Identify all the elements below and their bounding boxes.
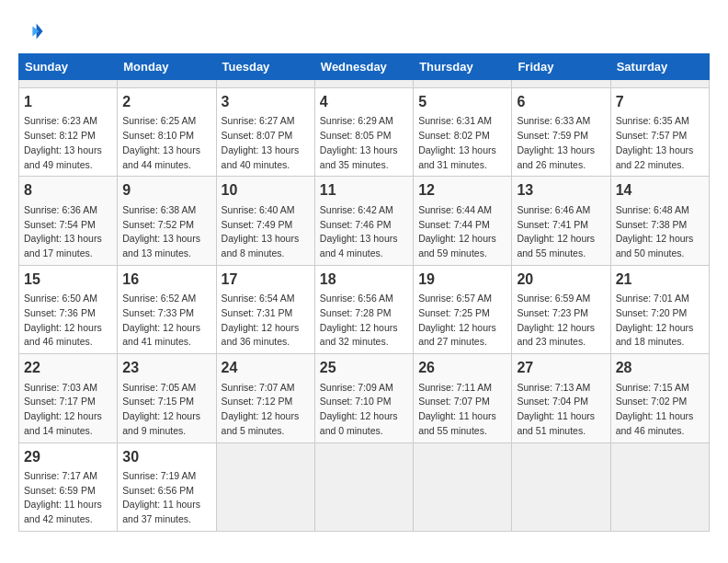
day-detail: Sunrise: 7:17 AM Sunset: 6:59 PM Dayligh… [24,469,112,527]
day-number: 24 [222,358,310,378]
day-detail: Sunrise: 7:09 AM Sunset: 7:10 PM Dayligh… [320,381,408,439]
day-number: 15 [24,270,112,290]
day-number: 8 [24,180,112,201]
day-detail: Sunrise: 6:59 AM Sunset: 7:23 PM Dayligh… [517,292,605,350]
calendar-week-row: 29Sunrise: 7:17 AM Sunset: 6:59 PM Dayli… [19,442,710,531]
day-detail: Sunrise: 7:03 AM Sunset: 7:17 PM Dayligh… [24,381,112,439]
day-number: 18 [320,270,408,290]
header-cell-thursday: Thursday [414,54,512,80]
calendar-cell: 15Sunrise: 6:50 AM Sunset: 7:36 PM Dayli… [19,265,118,353]
day-number: 10 [222,180,310,201]
day-number: 16 [122,270,210,290]
calendar-cell [414,442,512,531]
day-detail: Sunrise: 6:46 AM Sunset: 7:41 PM Dayligh… [517,203,605,261]
day-detail: Sunrise: 6:56 AM Sunset: 7:28 PM Dayligh… [320,292,408,350]
calendar-cell [610,442,709,531]
day-detail: Sunrise: 7:19 AM Sunset: 6:56 PM Dayligh… [122,469,210,527]
calendar-week-row: 1Sunrise: 6:23 AM Sunset: 8:12 PM Daylig… [19,88,710,177]
day-number: 1 [24,92,112,112]
day-number: 14 [616,180,704,201]
calendar-cell: 5Sunrise: 6:31 AM Sunset: 8:02 PM Daylig… [414,88,512,177]
header-cell-sunday: Sunday [19,54,118,80]
calendar-cell [414,80,512,88]
calendar-cell: 1Sunrise: 6:23 AM Sunset: 8:12 PM Daylig… [19,88,118,177]
day-number: 20 [517,270,605,290]
calendar-week-row [19,80,710,88]
calendar-cell: 12Sunrise: 6:44 AM Sunset: 7:44 PM Dayli… [414,177,512,265]
logo [18,18,48,44]
day-detail: Sunrise: 6:25 AM Sunset: 8:10 PM Dayligh… [122,114,210,172]
day-detail: Sunrise: 7:07 AM Sunset: 7:12 PM Dayligh… [222,381,310,439]
day-detail: Sunrise: 6:33 AM Sunset: 7:59 PM Dayligh… [517,114,605,172]
day-number: 30 [122,447,210,467]
day-number: 28 [616,358,704,378]
calendar-cell [216,442,314,531]
calendar-cell: 9Sunrise: 6:38 AM Sunset: 7:52 PM Daylig… [118,177,216,265]
day-number: 22 [24,358,112,378]
calendar-cell: 26Sunrise: 7:11 AM Sunset: 7:07 PM Dayli… [414,354,512,442]
calendar-cell: 16Sunrise: 6:52 AM Sunset: 7:33 PM Dayli… [118,265,216,353]
day-number: 5 [418,92,506,112]
calendar-cell: 2Sunrise: 6:25 AM Sunset: 8:10 PM Daylig… [118,88,216,177]
calendar-cell [512,442,610,531]
day-detail: Sunrise: 6:57 AM Sunset: 7:25 PM Dayligh… [418,292,506,350]
header [18,18,710,44]
calendar-cell: 25Sunrise: 7:09 AM Sunset: 7:10 PM Dayli… [314,354,413,442]
day-detail: Sunrise: 7:11 AM Sunset: 7:07 PM Dayligh… [418,381,506,439]
calendar-cell: 13Sunrise: 6:46 AM Sunset: 7:41 PM Dayli… [512,177,610,265]
day-number: 17 [222,270,310,290]
day-detail: Sunrise: 6:35 AM Sunset: 7:57 PM Dayligh… [616,114,704,172]
day-number: 3 [222,92,310,112]
day-detail: Sunrise: 7:13 AM Sunset: 7:04 PM Dayligh… [517,381,605,439]
day-detail: Sunrise: 6:27 AM Sunset: 8:07 PM Dayligh… [222,114,310,172]
day-detail: Sunrise: 6:36 AM Sunset: 7:54 PM Dayligh… [24,203,112,261]
calendar-cell: 3Sunrise: 6:27 AM Sunset: 8:07 PM Daylig… [216,88,314,177]
day-detail: Sunrise: 6:52 AM Sunset: 7:33 PM Dayligh… [122,292,210,350]
calendar-cell [512,80,610,88]
day-number: 19 [418,270,506,290]
calendar-week-row: 8Sunrise: 6:36 AM Sunset: 7:54 PM Daylig… [19,177,710,265]
calendar-cell: 19Sunrise: 6:57 AM Sunset: 7:25 PM Dayli… [414,265,512,353]
calendar-cell: 20Sunrise: 6:59 AM Sunset: 7:23 PM Dayli… [512,265,610,353]
day-detail: Sunrise: 6:40 AM Sunset: 7:49 PM Dayligh… [222,203,310,261]
calendar-cell: 22Sunrise: 7:03 AM Sunset: 7:17 PM Dayli… [19,354,118,442]
calendar-cell: 8Sunrise: 6:36 AM Sunset: 7:54 PM Daylig… [19,177,118,265]
calendar-week-row: 22Sunrise: 7:03 AM Sunset: 7:17 PM Dayli… [19,354,710,442]
calendar-cell: 7Sunrise: 6:35 AM Sunset: 7:57 PM Daylig… [610,88,709,177]
calendar-cell: 18Sunrise: 6:56 AM Sunset: 7:28 PM Dayli… [314,265,413,353]
day-number: 6 [517,92,605,112]
day-detail: Sunrise: 6:29 AM Sunset: 8:05 PM Dayligh… [320,114,408,172]
calendar-header-row: SundayMondayTuesdayWednesdayThursdayFrid… [19,54,710,80]
day-number: 25 [320,358,408,378]
calendar-cell [314,442,413,531]
day-detail: Sunrise: 6:48 AM Sunset: 7:38 PM Dayligh… [616,203,704,261]
day-detail: Sunrise: 7:01 AM Sunset: 7:20 PM Dayligh… [616,292,704,350]
day-detail: Sunrise: 6:31 AM Sunset: 8:02 PM Dayligh… [418,114,506,172]
day-detail: Sunrise: 6:38 AM Sunset: 7:52 PM Dayligh… [122,203,210,261]
header-cell-saturday: Saturday [610,54,709,80]
day-number: 7 [616,92,704,112]
calendar-cell: 4Sunrise: 6:29 AM Sunset: 8:05 PM Daylig… [314,88,413,177]
day-number: 12 [418,180,506,201]
calendar-cell [19,80,118,88]
header-cell-tuesday: Tuesday [216,54,314,80]
calendar-cell: 6Sunrise: 6:33 AM Sunset: 7:59 PM Daylig… [512,88,610,177]
calendar-cell: 27Sunrise: 7:13 AM Sunset: 7:04 PM Dayli… [512,354,610,442]
day-detail: Sunrise: 6:50 AM Sunset: 7:36 PM Dayligh… [24,292,112,350]
calendar-cell: 11Sunrise: 6:42 AM Sunset: 7:46 PM Dayli… [314,177,413,265]
calendar-cell: 17Sunrise: 6:54 AM Sunset: 7:31 PM Dayli… [216,265,314,353]
calendar-cell: 24Sunrise: 7:07 AM Sunset: 7:12 PM Dayli… [216,354,314,442]
day-detail: Sunrise: 6:54 AM Sunset: 7:31 PM Dayligh… [222,292,310,350]
header-cell-friday: Friday [512,54,610,80]
day-number: 4 [320,92,408,112]
header-cell-wednesday: Wednesday [314,54,413,80]
calendar-cell: 23Sunrise: 7:05 AM Sunset: 7:15 PM Dayli… [118,354,216,442]
day-detail: Sunrise: 7:05 AM Sunset: 7:15 PM Dayligh… [122,381,210,439]
calendar-cell [216,80,314,88]
calendar-cell [314,80,413,88]
day-number: 2 [122,92,210,112]
day-number: 27 [517,358,605,378]
calendar-cell [610,80,709,88]
day-number: 11 [320,180,408,201]
day-detail: Sunrise: 6:42 AM Sunset: 7:46 PM Dayligh… [320,203,408,261]
